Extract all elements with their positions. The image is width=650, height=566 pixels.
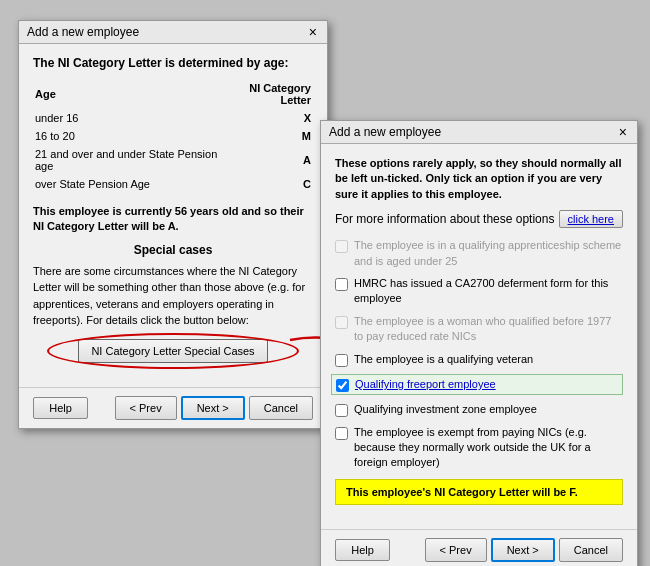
special-cases-btn-wrap: NI Category Letter Special Cases bbox=[33, 339, 313, 363]
table-header-age: Age bbox=[35, 80, 219, 108]
checkbox-label-6: Qualifying investment zone employee bbox=[354, 402, 537, 417]
front-dialog: Add a new employee × These options rarel… bbox=[320, 120, 638, 566]
front-prev-button[interactable]: < Prev bbox=[425, 538, 487, 562]
options-intro: These options rarely apply, so they shou… bbox=[335, 156, 623, 202]
front-dialog-titlebar: Add a new employee × bbox=[321, 121, 637, 144]
checkbox-item: The employee is a qualifying veteran bbox=[335, 352, 623, 367]
letter-cell: C bbox=[221, 176, 311, 192]
ni-category-table: Age NI Category Letter under 16X16 to 20… bbox=[33, 78, 313, 194]
result-banner: This employee's NI Category Letter will … bbox=[335, 479, 623, 505]
back-dialog-footer: Help < Prev Next > Cancel bbox=[19, 387, 327, 428]
age-cell: over State Pension Age bbox=[35, 176, 219, 192]
checkbox-2[interactable] bbox=[335, 278, 348, 291]
age-cell: 16 to 20 bbox=[35, 128, 219, 144]
checkbox-item: The employee is exempt from paying NICs … bbox=[335, 425, 623, 471]
checkbox-label-3: The employee is a woman who qualified be… bbox=[354, 314, 623, 345]
back-cancel-button[interactable]: Cancel bbox=[249, 396, 313, 420]
checkbox-label-7: The employee is exempt from paying NICs … bbox=[354, 425, 623, 471]
checkbox-item: HMRC has issued a CA2700 deferment form … bbox=[335, 276, 623, 307]
checkbox-item: The employee is a woman who qualified be… bbox=[335, 314, 623, 345]
front-dialog-close[interactable]: × bbox=[617, 125, 629, 139]
checkbox-item: The employee is in a qualifying apprenti… bbox=[335, 238, 623, 269]
info-label: For more information about these options bbox=[335, 212, 554, 226]
checkbox-label-2: HMRC has issued a CA2700 deferment form … bbox=[354, 276, 623, 307]
front-dialog-footer: Help < Prev Next > Cancel bbox=[321, 529, 637, 566]
letter-cell: X bbox=[221, 110, 311, 126]
checkbox-label-1: The employee is in a qualifying apprenti… bbox=[354, 238, 623, 269]
special-cases-section: Special cases There are some circumstanc… bbox=[33, 243, 313, 363]
table-row: 16 to 20M bbox=[35, 128, 311, 144]
employee-note: This employee is currently 56 years old … bbox=[33, 204, 313, 235]
checkbox-item: Qualifying investment zone employee bbox=[335, 402, 623, 417]
checkboxes-container: The employee is in a qualifying apprenti… bbox=[335, 238, 623, 471]
table-row: 21 and over and under State Pension ageA bbox=[35, 146, 311, 174]
letter-cell: M bbox=[221, 128, 311, 144]
special-cases-text: There are some circumstances where the N… bbox=[33, 263, 313, 329]
back-dialog: Add a new employee × The NI Category Let… bbox=[18, 20, 328, 429]
age-cell: under 16 bbox=[35, 110, 219, 126]
checkbox-5[interactable] bbox=[336, 379, 349, 392]
click-here-button[interactable]: click here bbox=[559, 210, 623, 228]
back-dialog-title: Add a new employee bbox=[27, 25, 139, 39]
checkbox-1 bbox=[335, 240, 348, 253]
front-next-button[interactable]: Next > bbox=[491, 538, 555, 562]
back-help-button[interactable]: Help bbox=[33, 397, 88, 419]
checkbox-7[interactable] bbox=[335, 427, 348, 440]
front-cancel-button[interactable]: Cancel bbox=[559, 538, 623, 562]
table-header-letter: NI Category Letter bbox=[221, 80, 311, 108]
table-row: over State Pension AgeC bbox=[35, 176, 311, 192]
back-dialog-titlebar: Add a new employee × bbox=[19, 21, 327, 44]
back-next-button[interactable]: Next > bbox=[181, 396, 245, 420]
front-dialog-title: Add a new employee bbox=[329, 125, 441, 139]
checkbox-6[interactable] bbox=[335, 404, 348, 417]
back-dialog-content: The NI Category Letter is determined by … bbox=[19, 44, 327, 383]
checkbox-4[interactable] bbox=[335, 354, 348, 367]
checkbox-item: Qualifying freeport employee bbox=[331, 374, 623, 395]
back-dialog-close[interactable]: × bbox=[307, 25, 319, 39]
back-dialog-heading: The NI Category Letter is determined by … bbox=[33, 56, 313, 70]
info-row: For more information about these options… bbox=[335, 210, 623, 228]
back-prev-button[interactable]: < Prev bbox=[115, 396, 177, 420]
table-row: under 16X bbox=[35, 110, 311, 126]
checkbox-label-4: The employee is a qualifying veteran bbox=[354, 352, 533, 367]
letter-cell: A bbox=[221, 146, 311, 174]
age-cell: 21 and over and under State Pension age bbox=[35, 146, 219, 174]
front-dialog-content: These options rarely apply, so they shou… bbox=[321, 144, 637, 525]
special-cases-button[interactable]: NI Category Letter Special Cases bbox=[78, 339, 267, 363]
checkbox-label-5: Qualifying freeport employee bbox=[355, 377, 496, 392]
front-help-button[interactable]: Help bbox=[335, 539, 390, 561]
checkbox-3 bbox=[335, 316, 348, 329]
special-cases-title: Special cases bbox=[33, 243, 313, 257]
